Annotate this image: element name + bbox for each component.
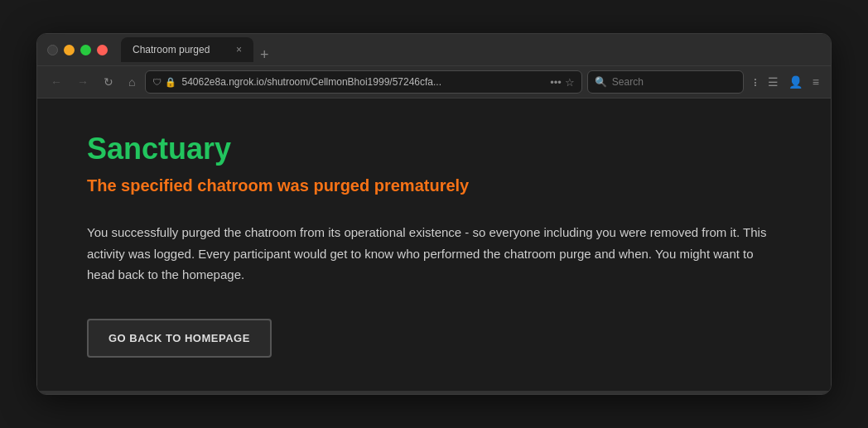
- profile-icon[interactable]: 👤: [785, 72, 806, 92]
- shield-icon: 🛡: [152, 77, 162, 87]
- error-subtitle: The specified chatroom was purged premat…: [87, 176, 781, 195]
- home-nav-button[interactable]: ⌂: [123, 72, 140, 92]
- search-box[interactable]: 🔍: [587, 70, 744, 94]
- tab-title: Chatroom purged: [133, 44, 229, 55]
- tab-close-icon[interactable]: ×: [236, 45, 242, 55]
- address-security-icons: 🛡 🔒: [152, 77, 176, 88]
- search-input[interactable]: [612, 76, 736, 88]
- page-content: Sanctuary The specified chatroom was pur…: [37, 99, 831, 391]
- forward-arrow-icon: →: [77, 75, 89, 89]
- refresh-nav-button[interactable]: ↻: [99, 72, 118, 92]
- address-bar[interactable]: 🛡 🔒 54062e8a.ngrok.io/shutroom/CellmonBh…: [145, 70, 581, 94]
- traffic-light-maximize[interactable]: [80, 45, 91, 55]
- title-bar: Chatroom purged × +: [37, 34, 831, 65]
- nav-bar: ← → ↻ ⌂ 🛡 🔒 54062e8a.ngrok.io/shutroom/C…: [37, 65, 831, 99]
- lock-icon: 🔒: [165, 77, 176, 88]
- traffic-light-close[interactable]: [97, 45, 108, 55]
- new-tab-button[interactable]: +: [253, 47, 276, 62]
- scrollbar-area: [37, 391, 831, 394]
- traffic-light-minimize[interactable]: [64, 45, 75, 55]
- reader-view-icon[interactable]: ☰: [764, 72, 782, 92]
- url-text: 54062e8a.ngrok.io/shutroom/CellmonBhoi19…: [181, 76, 545, 88]
- error-description: You successfully purged the chatroom fro…: [87, 222, 781, 286]
- browser-window: Chatroom purged × + ← → ↻ ⌂ 🛡 🔒 54062e8a…: [36, 33, 832, 395]
- home-icon: ⌂: [128, 75, 135, 89]
- address-action-icons: ••• ☆: [550, 76, 575, 89]
- traffic-lights: [47, 45, 108, 55]
- back-arrow-icon: ←: [51, 75, 62, 89]
- nav-right-icons: ⫶ ☰ 👤 ≡: [749, 72, 822, 92]
- back-nav-button[interactable]: ←: [46, 72, 67, 92]
- menu-icon[interactable]: ≡: [809, 72, 822, 92]
- more-options-icon[interactable]: •••: [550, 76, 562, 89]
- forward-nav-button[interactable]: →: [72, 72, 94, 92]
- search-icon: 🔍: [595, 76, 607, 88]
- back-to-homepage-button[interactable]: GO BACK TO HOMEPAGE: [87, 319, 272, 358]
- tab-area: Chatroom purged × +: [121, 37, 821, 62]
- app-title: Sanctuary: [87, 132, 781, 166]
- traffic-light-ghost: [47, 45, 58, 55]
- library-icon[interactable]: ⫶: [749, 72, 761, 92]
- browser-tab-active[interactable]: Chatroom purged ×: [121, 37, 253, 62]
- bookmark-icon[interactable]: ☆: [565, 76, 575, 89]
- refresh-icon: ↻: [104, 75, 113, 89]
